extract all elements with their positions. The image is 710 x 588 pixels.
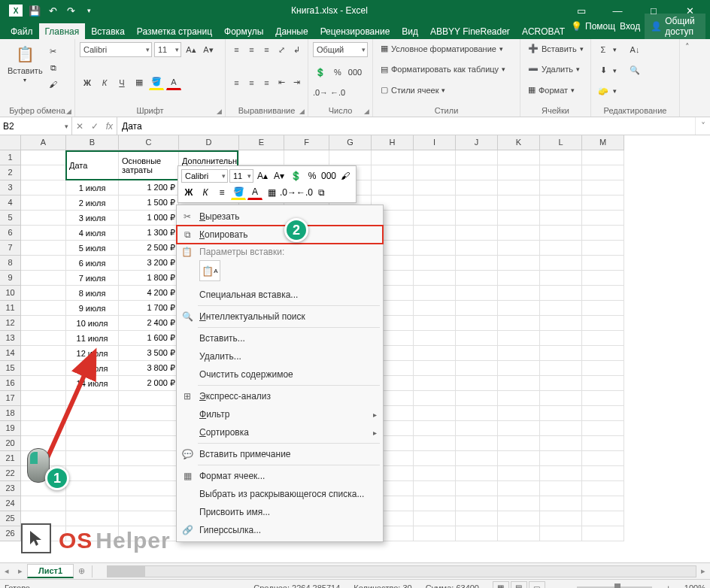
- cell-C3[interactable]: 1 200 ₽: [119, 180, 179, 195]
- cell-L17[interactable]: [540, 391, 582, 406]
- cell-L20[interactable]: [540, 436, 582, 451]
- cell-L21[interactable]: [540, 451, 582, 466]
- cell-I23[interactable]: [414, 481, 456, 496]
- cell-C9[interactable]: 1 800 ₽: [119, 271, 179, 286]
- cell-A3[interactable]: [21, 180, 66, 195]
- cell-K16[interactable]: [498, 376, 540, 391]
- cell-I21[interactable]: [414, 451, 456, 466]
- cell-I8[interactable]: [414, 256, 456, 271]
- ctx-insert-comment[interactable]: 💬Вставить примечание: [177, 445, 383, 463]
- tab-home[interactable]: Главная: [39, 23, 86, 39]
- cell-A6[interactable]: [21, 226, 66, 241]
- ctx-quick-analysis[interactable]: ⊞Экспресс-анализ: [177, 387, 383, 405]
- cell-K22[interactable]: [498, 466, 540, 481]
- cell-C17[interactable]: [119, 391, 179, 406]
- qat-more-icon[interactable]: ▾: [83, 5, 95, 17]
- format-cells[interactable]: ▦Формат ▾: [525, 83, 586, 96]
- cell-J8[interactable]: [456, 256, 498, 271]
- cell-K25[interactable]: [498, 511, 540, 526]
- cell-B10[interactable]: 8 июля: [66, 286, 119, 301]
- ctx-sort[interactable]: Сортировка▸: [177, 423, 383, 441]
- normal-view-icon[interactable]: ▦: [493, 581, 509, 589]
- ctx-paste-special[interactable]: Специальная вставка...: [177, 286, 383, 304]
- cell-I26[interactable]: [414, 526, 456, 541]
- cell-K4[interactable]: [498, 195, 540, 211]
- row-header-11[interactable]: 11: [0, 301, 21, 316]
- cell-K15[interactable]: [498, 361, 540, 376]
- row-header-4[interactable]: 4: [0, 195, 21, 211]
- mini-currency-icon[interactable]: 💲: [288, 168, 303, 183]
- cell-K20[interactable]: [498, 436, 540, 451]
- row-header-24[interactable]: 24: [0, 496, 21, 511]
- cell-I24[interactable]: [414, 496, 456, 511]
- row-header-2[interactable]: 2: [0, 165, 21, 180]
- ctx-cut[interactable]: ✂Вырезать: [177, 208, 383, 226]
- copy-icon[interactable]: ⧉: [46, 60, 61, 75]
- row-header-13[interactable]: 13: [0, 331, 21, 346]
- format-painter-icon[interactable]: 🖌: [46, 77, 61, 92]
- sort-filter-icon[interactable]: A↓: [627, 42, 642, 57]
- cell-I25[interactable]: [414, 511, 456, 526]
- cell-J6[interactable]: [456, 226, 498, 241]
- cell-J17[interactable]: [456, 391, 498, 406]
- currency-icon[interactable]: 💲: [313, 65, 328, 80]
- cell-H2[interactable]: [372, 165, 414, 180]
- cell-K19[interactable]: [498, 421, 540, 436]
- tab-layout[interactable]: Разметка страниц: [131, 23, 218, 39]
- tab-insert[interactable]: Вставка: [85, 23, 131, 39]
- cell-I1[interactable]: [414, 150, 456, 165]
- row-header-3[interactable]: 3: [0, 180, 21, 195]
- zoom-level[interactable]: 100%: [684, 583, 705, 589]
- wrap-text-icon[interactable]: ↲: [290, 42, 303, 57]
- launcher-icon[interactable]: ◢: [66, 108, 71, 115]
- cell-M14[interactable]: [582, 346, 624, 361]
- table-header[interactable]: Дата: [66, 150, 119, 180]
- cell-J1[interactable]: [456, 150, 498, 165]
- cell-M12[interactable]: [582, 316, 624, 331]
- mini-comma-icon[interactable]: 000: [321, 168, 336, 183]
- cell-M26[interactable]: [582, 526, 624, 541]
- zoom-in-button[interactable]: +: [666, 583, 670, 589]
- tab-abbyy[interactable]: ABBYY FineReader: [424, 23, 516, 39]
- cell-L4[interactable]: [540, 195, 582, 211]
- mini-align-icon[interactable]: ≡: [214, 185, 229, 200]
- cell-A13[interactable]: [21, 331, 66, 346]
- italic-button[interactable]: К: [97, 75, 112, 90]
- cell-L1[interactable]: [540, 150, 582, 165]
- cell-A7[interactable]: [21, 241, 66, 256]
- cell-M23[interactable]: [582, 481, 624, 496]
- underline-button[interactable]: Ч: [114, 75, 129, 90]
- cell-M16[interactable]: [582, 376, 624, 391]
- cell-G1[interactable]: [329, 150, 372, 165]
- autosum-icon[interactable]: Σ: [596, 42, 611, 57]
- cell-J9[interactable]: [456, 271, 498, 286]
- tab-review[interactable]: Рецензирование: [314, 23, 396, 39]
- cell-K18[interactable]: [498, 406, 540, 421]
- cell-K3[interactable]: [498, 180, 540, 195]
- mini-merge-icon[interactable]: ⧉: [314, 185, 329, 200]
- paste-default-icon[interactable]: 📋A: [199, 260, 220, 281]
- cell-J13[interactable]: [456, 331, 498, 346]
- table-header[interactable]: Основные затраты: [119, 150, 179, 180]
- fill-color-icon[interactable]: 🪣: [149, 75, 164, 90]
- cell-M18[interactable]: [582, 406, 624, 421]
- mini-font-color-icon[interactable]: A: [247, 185, 262, 200]
- cell-J5[interactable]: [456, 211, 498, 226]
- cell-J21[interactable]: [456, 451, 498, 466]
- cell-K17[interactable]: [498, 391, 540, 406]
- align-center-icon[interactable]: ≡: [245, 75, 258, 90]
- row-header-26[interactable]: 26: [0, 526, 21, 541]
- cell-M24[interactable]: [582, 496, 624, 511]
- cut-icon[interactable]: ✂: [46, 44, 61, 59]
- cell-K23[interactable]: [498, 481, 540, 496]
- cell-M20[interactable]: [582, 436, 624, 451]
- cell-A24[interactable]: [21, 496, 66, 511]
- cell-I10[interactable]: [414, 286, 456, 301]
- scroll-right[interactable]: ▸: [696, 566, 710, 576]
- cell-B23[interactable]: [66, 481, 119, 496]
- cell-B8[interactable]: 6 июля: [66, 256, 119, 271]
- cell-H1[interactable]: [372, 150, 414, 165]
- cell-M15[interactable]: [582, 361, 624, 376]
- number-format-combo[interactable]: Общий: [313, 42, 368, 57]
- cell-K8[interactable]: [498, 256, 540, 271]
